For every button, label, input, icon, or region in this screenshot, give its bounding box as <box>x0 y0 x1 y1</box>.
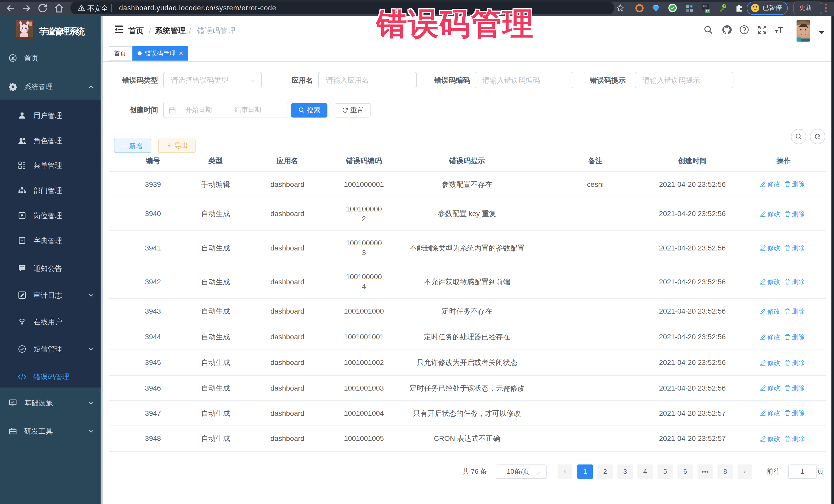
svg-text:on: on <box>706 9 709 12</box>
